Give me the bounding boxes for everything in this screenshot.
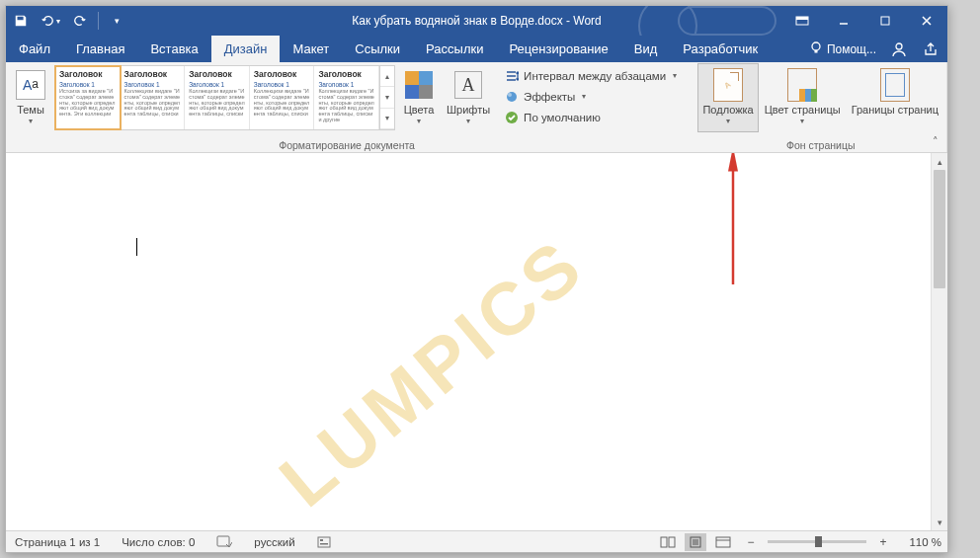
style-preset[interactable]: Заголовок Заголовок 1 Коллекцизи видаге … bbox=[121, 66, 186, 129]
read-mode-button[interactable] bbox=[657, 533, 679, 551]
page-borders-icon bbox=[880, 68, 910, 102]
svg-rect-16 bbox=[669, 537, 675, 547]
close-button[interactable] bbox=[906, 6, 947, 36]
style-gallery[interactable]: Заголовок Заголовок 1 Истоиза за видаге … bbox=[54, 65, 395, 130]
language-button[interactable]: русский bbox=[251, 536, 297, 548]
account-button[interactable] bbox=[890, 40, 908, 58]
page-color-button[interactable]: Цвет страницы ▾ bbox=[761, 64, 845, 131]
tab-file[interactable]: Файл bbox=[6, 36, 63, 62]
svg-point-8 bbox=[508, 93, 512, 97]
tab-home[interactable]: Главная bbox=[63, 36, 137, 62]
maximize-button[interactable] bbox=[864, 6, 906, 36]
tab-insert[interactable]: Вставка bbox=[137, 36, 210, 62]
word-count[interactable]: Число слов: 0 bbox=[119, 536, 198, 548]
paragraph-spacing-button[interactable]: Интервал между абзацами▾ bbox=[500, 65, 681, 86]
style-preset[interactable]: Заголовок Заголовок 1 Коллекцизи видаге … bbox=[185, 66, 250, 129]
tell-me-search[interactable]: Помощ... bbox=[809, 40, 876, 57]
gallery-scroll[interactable]: ▴▾▾ bbox=[379, 66, 394, 129]
ribbon-tabs: Файл Главная Вставка Дизайн Макет Ссылки… bbox=[6, 36, 947, 62]
set-default-button[interactable]: По умолчанию bbox=[500, 107, 681, 127]
svg-point-4 bbox=[812, 42, 820, 50]
quick-access-toolbar: ▾ ▾ bbox=[6, 6, 131, 36]
watermark-icon: A bbox=[713, 68, 743, 102]
tab-references[interactable]: Ссылки bbox=[342, 36, 413, 62]
customize-qat-button[interactable]: ▾ bbox=[102, 6, 131, 36]
tab-view[interactable]: Вид bbox=[621, 36, 671, 62]
tab-layout[interactable]: Макет bbox=[280, 36, 342, 62]
save-button[interactable] bbox=[6, 6, 36, 36]
svg-point-6 bbox=[896, 43, 902, 49]
ribbon: Aa Темы ▾ Заголовок Заголовок 1 Истоиза … bbox=[6, 62, 947, 153]
window-title: Как убрать водяной знак в Ворде.docx - W… bbox=[352, 14, 602, 28]
effects-button[interactable]: Эффекты▾ bbox=[500, 86, 681, 107]
zoom-slider[interactable] bbox=[768, 540, 866, 543]
spellcheck-button[interactable] bbox=[213, 535, 235, 549]
watermark-text: LUMPICS bbox=[263, 221, 600, 522]
group-label-page-bg: Фон страницы bbox=[698, 137, 942, 152]
redo-button[interactable] bbox=[65, 6, 95, 36]
paragraph-spacing-icon bbox=[504, 68, 519, 83]
web-layout-button[interactable] bbox=[712, 533, 734, 551]
style-preset[interactable]: Заголовок Заголовок 1 Коллекцизи видаге … bbox=[250, 66, 315, 129]
spellcheck-icon bbox=[216, 535, 232, 549]
macro-button[interactable] bbox=[314, 535, 334, 549]
page-color-icon bbox=[787, 68, 817, 102]
tab-mailings[interactable]: Рассылки bbox=[413, 36, 496, 62]
zoom-level[interactable]: 110 % bbox=[900, 536, 941, 548]
colors-button[interactable]: Цвета ▾ bbox=[398, 64, 440, 131]
tab-design[interactable]: Дизайн bbox=[211, 36, 281, 62]
annotation-arrow bbox=[718, 153, 748, 293]
title-bar: ▾ ▾ Как убрать водяной знак в Ворде.docx… bbox=[6, 6, 947, 36]
check-icon bbox=[504, 110, 519, 124]
watermark-button[interactable]: A Подложка ▾ bbox=[698, 64, 757, 131]
document-page[interactable]: LUMPICS bbox=[6, 153, 931, 530]
text-cursor bbox=[136, 238, 137, 256]
fonts-button[interactable]: A Шрифты ▾ bbox=[443, 64, 494, 131]
word-window: ▾ ▾ Как убрать водяной знак в Ворде.docx… bbox=[5, 5, 948, 553]
print-layout-button[interactable] bbox=[685, 533, 706, 551]
status-bar: Страница 1 из 1 Число слов: 0 русский − … bbox=[6, 530, 947, 552]
zoom-out-button[interactable]: − bbox=[740, 533, 762, 551]
lightbulb-icon bbox=[809, 40, 823, 57]
tab-developer[interactable]: Разработчик bbox=[670, 36, 771, 62]
fonts-icon: A bbox=[454, 71, 482, 99]
group-label-formatting: Форматирование документа bbox=[10, 137, 684, 152]
macro-icon bbox=[317, 535, 331, 549]
style-preset[interactable]: Заголовок Заголовок 1 Коллекцизи видаге … bbox=[314, 66, 379, 129]
colors-icon bbox=[405, 71, 433, 99]
undo-button[interactable]: ▾ bbox=[36, 6, 65, 36]
share-button[interactable] bbox=[922, 40, 939, 58]
scroll-up-button[interactable]: ▴ bbox=[932, 153, 947, 170]
svg-rect-12 bbox=[318, 537, 330, 547]
page-count[interactable]: Страница 1 из 1 bbox=[12, 536, 103, 548]
svg-rect-13 bbox=[320, 539, 323, 541]
scroll-thumb[interactable] bbox=[934, 170, 945, 288]
effects-icon bbox=[504, 89, 519, 104]
document-area: LUMPICS ▴ ▾ bbox=[6, 153, 947, 530]
themes-icon: Aa bbox=[16, 70, 45, 100]
svg-point-7 bbox=[507, 92, 517, 102]
vertical-scrollbar[interactable]: ▴ ▾ bbox=[931, 153, 947, 530]
collapse-ribbon-button[interactable]: ˄ bbox=[928, 133, 943, 150]
page-borders-button[interactable]: Границы страниц bbox=[848, 64, 942, 131]
svg-rect-5 bbox=[814, 50, 817, 53]
tab-review[interactable]: Рецензирование bbox=[496, 36, 620, 62]
svg-rect-3 bbox=[881, 17, 889, 25]
scroll-down-button[interactable]: ▾ bbox=[932, 514, 947, 530]
zoom-in-button[interactable]: + bbox=[872, 533, 894, 551]
svg-rect-15 bbox=[661, 537, 667, 547]
svg-rect-14 bbox=[320, 543, 328, 545]
svg-rect-21 bbox=[716, 537, 730, 547]
style-preset[interactable]: Заголовок Заголовок 1 Истоиза за видаге … bbox=[55, 66, 121, 129]
themes-button[interactable]: Aa Темы ▾ bbox=[10, 64, 51, 131]
